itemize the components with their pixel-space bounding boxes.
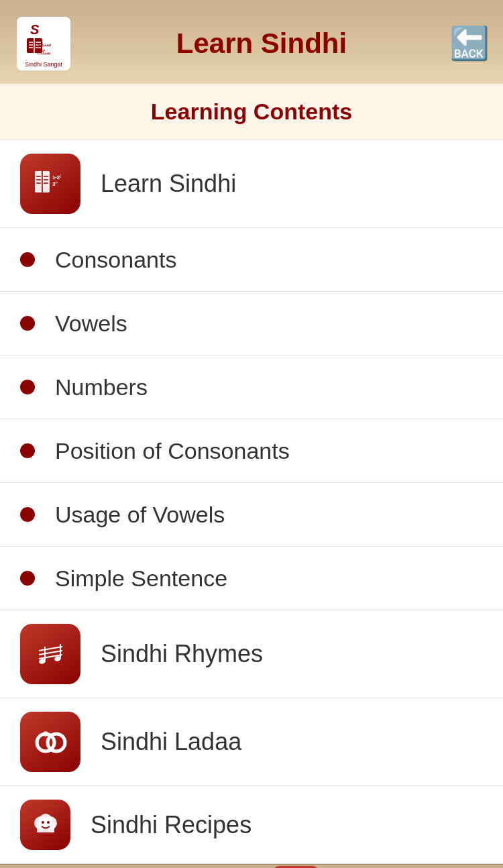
book-logo-icon: S سنڌي سنگت <box>23 19 64 60</box>
svg-point-37 <box>42 821 44 824</box>
svg-line-23 <box>39 647 62 651</box>
category-item-sindhi-ladaa[interactable]: Sindhi Ladaa <box>0 698 503 786</box>
ladaa-category-icon <box>20 712 80 772</box>
sindhi-recipes-label: Sindhi Recipes <box>91 811 252 839</box>
sindhi-sangat-icon-square: S <box>272 866 320 869</box>
category-item-sindhi-recipes[interactable]: Sindhi Recipes <box>0 786 503 864</box>
svg-line-24 <box>39 651 62 655</box>
bullet-simple-sentence <box>20 571 35 586</box>
bottom-nav: Login S SindhiSangat <box>0 864 503 868</box>
music-icon-svg <box>32 636 69 673</box>
bullet-vowels <box>20 316 35 331</box>
section-title: Learning Contents <box>13 99 490 125</box>
svg-point-38 <box>47 821 50 824</box>
bullet-usage-vowels <box>20 507 35 522</box>
section-title-bar: Learning Contents <box>0 84 503 140</box>
position-of-consonants-label: Position of Consonants <box>55 438 290 464</box>
bullet-consonants <box>20 252 35 267</box>
ladaa-icon-svg <box>32 724 69 761</box>
svg-text:سنگت: سنگت <box>37 49 51 56</box>
list-item-numbers[interactable]: Numbers <box>0 356 503 419</box>
logo-box: S سنڌي سنگت Sindhi Sangat <box>17 17 70 70</box>
logo: S سنڌي سنگت Sindhi Sangat <box>13 13 74 74</box>
music-category-icon <box>20 624 80 684</box>
svg-text:ا ب: ا ب <box>54 174 61 178</box>
book-icon-svg: 1 2 3 ا ب پ <box>32 166 69 203</box>
vowels-label: Vowels <box>55 311 127 337</box>
numbers-label: Numbers <box>55 374 148 400</box>
header: S سنڌي سنگت Sindhi Sangat Learn Sindhi 🔙 <box>0 0 503 84</box>
category-item-learn-sindhi[interactable]: 1 2 3 ا ب پ Learn Sindhi <box>0 140 503 228</box>
simple-sentence-label: Simple Sentence <box>55 565 227 592</box>
list-item-position-of-consonants[interactable]: Position of Consonants <box>0 419 503 483</box>
usage-of-vowels-label: Usage of Vowels <box>55 502 225 528</box>
recipes-category-icon <box>20 800 70 850</box>
list-item-simple-sentence[interactable]: Simple Sentence <box>0 547 503 610</box>
list-item-usage-of-vowels[interactable]: Usage of Vowels <box>0 483 503 547</box>
book-category-icon: 1 2 3 ا ب پ <box>20 154 80 214</box>
sindhi-ladaa-label: Sindhi Ladaa <box>101 728 241 756</box>
back-button[interactable]: 🔙 <box>449 23 490 64</box>
back-arrow-icon: 🔙 <box>449 25 490 62</box>
list-item-consonants[interactable]: Consonants <box>0 228 503 292</box>
learn-sindhi-label: Learn Sindhi <box>101 170 236 198</box>
svg-text:پ: پ <box>54 179 58 184</box>
svg-text:سنڌي: سنڌي <box>36 41 52 48</box>
category-item-sindhi-rhymes[interactable]: Sindhi Rhymes <box>0 610 503 698</box>
bullet-numbers <box>20 380 35 394</box>
bullet-position-consonants <box>20 443 35 458</box>
content-area: 1 2 3 ا ب پ Learn Sindhi Consonants Vowe… <box>0 140 503 864</box>
svg-point-31 <box>48 734 65 751</box>
nav-sindhi-sangat[interactable]: S SindhiSangat <box>272 866 320 869</box>
recipes-icon-svg <box>29 808 62 842</box>
header-title: Learn Sindhi <box>74 28 449 60</box>
svg-text:S: S <box>30 22 40 37</box>
sindhi-rhymes-label: Sindhi Rhymes <box>101 640 263 668</box>
consonants-label: Consonants <box>55 247 176 273</box>
logo-subtext: Sindhi Sangat <box>25 61 62 68</box>
svg-point-32 <box>43 731 48 737</box>
list-item-vowels[interactable]: Vowels <box>0 292 503 356</box>
